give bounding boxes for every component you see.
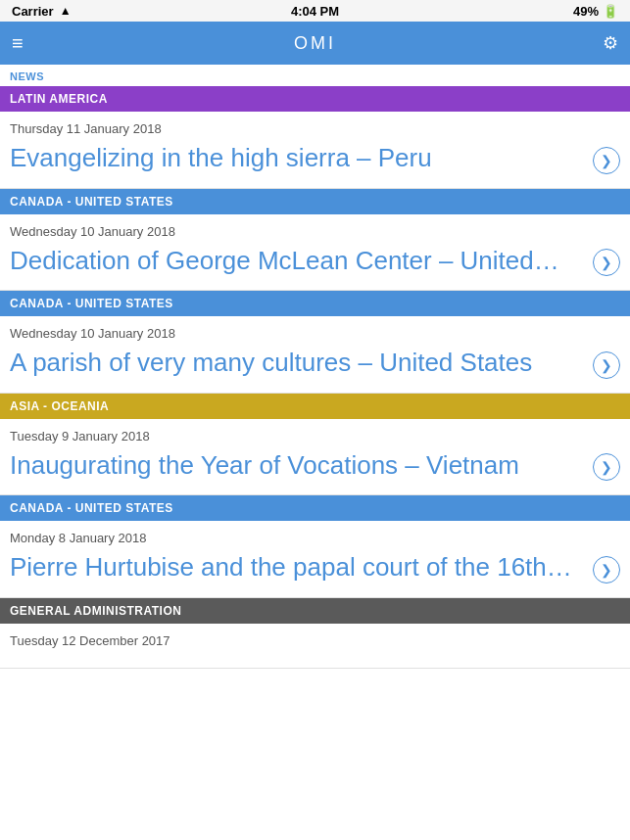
status-right: 49% 🔋 bbox=[573, 4, 618, 19]
battery-icon: 🔋 bbox=[603, 4, 618, 19]
settings-button[interactable]: ⚙ bbox=[603, 32, 618, 54]
status-bar: Carrier ▲ 4:04 PM 49% 🔋 bbox=[0, 0, 630, 22]
category-header-1: CANADA - UNITED STATES bbox=[0, 189, 630, 214]
chevron-right-icon[interactable]: ❯ bbox=[593, 147, 620, 174]
articles-list: LATIN AMERICA Thursday 11 January 2018 E… bbox=[0, 86, 630, 669]
news-section-label: NEWS bbox=[0, 65, 630, 86]
wifi-icon: ▲ bbox=[60, 4, 72, 18]
chevron-right-icon[interactable]: ❯ bbox=[593, 556, 620, 583]
list-item[interactable]: Tuesday 12 December 2017 bbox=[0, 624, 630, 669]
category-header-4: CANADA - UNITED STATES bbox=[0, 495, 630, 521]
chevron-right-icon[interactable]: ❯ bbox=[593, 351, 620, 379]
battery-percent: 49% bbox=[573, 4, 599, 19]
article-date: Monday 8 January 2018 bbox=[10, 531, 591, 545]
category-header-5: GENERAL ADMINISTRATION bbox=[0, 598, 630, 624]
status-time: 4:04 PM bbox=[291, 4, 339, 19]
category-header-3: ASIA - OCEANIA bbox=[0, 394, 630, 419]
article-date: Wednesday 10 January 2018 bbox=[10, 326, 591, 341]
article-title: Inaugurating the Year of Vocations – Vie… bbox=[10, 449, 591, 482]
nav-title: OMI bbox=[294, 33, 336, 54]
article-title: Dedication of George McLean Center – Uni… bbox=[10, 245, 591, 277]
status-left: Carrier ▲ bbox=[12, 4, 72, 19]
carrier-label: Carrier bbox=[12, 4, 54, 19]
article-title: Pierre Hurtubise and the papal court of … bbox=[10, 551, 591, 583]
article-title: Evangelizing in the high sierra – Peru bbox=[10, 142, 591, 174]
chevron-right-icon[interactable]: ❯ bbox=[593, 249, 620, 276]
list-item[interactable]: Tuesday 9 January 2018 Inaugurating the … bbox=[0, 419, 630, 496]
article-title: A parish of very many cultures – United … bbox=[10, 347, 591, 379]
list-item[interactable]: Wednesday 10 January 2018 Dedication of … bbox=[0, 214, 630, 292]
list-item[interactable]: Wednesday 10 January 2018 A parish of ve… bbox=[0, 316, 630, 394]
category-header-2: CANADA - UNITED STATES bbox=[0, 291, 630, 316]
article-date: Wednesday 10 January 2018 bbox=[10, 224, 591, 239]
chevron-right-icon[interactable]: ❯ bbox=[593, 453, 620, 481]
category-header-0: LATIN AMERICA bbox=[0, 86, 630, 112]
nav-bar: ≡ OMI ⚙ bbox=[0, 22, 630, 65]
article-date: Thursday 11 January 2018 bbox=[10, 121, 591, 136]
list-item[interactable]: Monday 8 January 2018 Pierre Hurtubise a… bbox=[0, 521, 630, 598]
list-item[interactable]: Thursday 11 January 2018 Evangelizing in… bbox=[0, 112, 630, 189]
menu-button[interactable]: ≡ bbox=[12, 32, 24, 55]
article-date: Tuesday 12 December 2017 bbox=[10, 633, 591, 648]
article-date: Tuesday 9 January 2018 bbox=[10, 429, 591, 443]
